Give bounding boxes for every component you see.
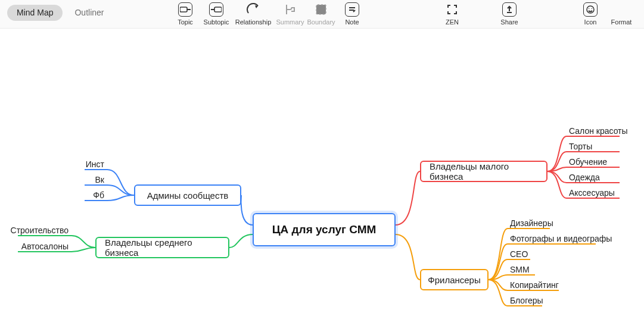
- tab-outliner[interactable]: Outliner: [65, 5, 113, 21]
- tool-zen[interactable]: ZEN: [437, 0, 468, 26]
- tool-boundary: Boundary: [306, 0, 337, 26]
- leaf[interactable]: Обучение: [569, 157, 607, 167]
- summary-icon: [283, 2, 297, 17]
- central-topic[interactable]: ЦА для услуг СММ: [253, 213, 396, 246]
- tool-label: Summary: [276, 18, 304, 26]
- svg-rect-3: [214, 7, 222, 12]
- tool-label: Format: [611, 18, 632, 26]
- node-admins[interactable]: Админы сообществ: [134, 184, 241, 206]
- smile-icon: [583, 2, 598, 17]
- leaf[interactable]: Автосалоны: [21, 242, 69, 251]
- format-icon: [614, 2, 629, 17]
- leaf[interactable]: Фб: [93, 190, 104, 200]
- tool-format[interactable]: Format: [606, 0, 637, 26]
- tool-group-zen: ZEN Share: [437, 0, 525, 26]
- tool-label: Note: [345, 18, 359, 26]
- view-tabs: Mind Map Outliner: [7, 5, 114, 21]
- tool-label: Relationship: [235, 18, 272, 26]
- tool-note[interactable]: Note: [337, 0, 368, 26]
- tool-topic[interactable]: Topic: [170, 0, 201, 26]
- leaf[interactable]: Фотографы и видеографы: [510, 234, 612, 243]
- topic-icon: [178, 2, 192, 17]
- leaf[interactable]: Одежда: [569, 173, 600, 182]
- tool-icon[interactable]: Icon: [575, 0, 606, 26]
- tool-label: Share: [500, 18, 518, 26]
- leaf[interactable]: Салон красоты: [569, 126, 628, 136]
- tool-label: ZEN: [446, 18, 459, 26]
- tool-label: Topic: [178, 18, 193, 26]
- mindmap-canvas[interactable]: ЦА для услуг СММ Админы сообществ Владел…: [0, 29, 644, 313]
- node-small-business[interactable]: Владельцы малого бизнеса: [420, 161, 547, 182]
- share-icon: [502, 2, 517, 17]
- leaf[interactable]: CEO: [510, 249, 528, 259]
- node-mid-business[interactable]: Владельцы среднего бизнеса: [95, 237, 229, 258]
- leaf[interactable]: Вк: [95, 175, 104, 184]
- leaf[interactable]: Копирайтинг: [510, 280, 559, 290]
- zen-icon: [445, 2, 459, 17]
- svg-rect-0: [180, 7, 187, 12]
- tool-label: Subtopic: [204, 18, 229, 26]
- tool-label: Icon: [584, 18, 597, 26]
- tool-group-main: Topic Subtopic Relationship Summary Boun…: [170, 0, 368, 26]
- leaf[interactable]: Торты: [569, 142, 592, 151]
- svg-point-10: [589, 8, 589, 9]
- toolbar: Mind Map Outliner Topic Subtopic Relatio…: [0, 0, 644, 29]
- leaf[interactable]: SMM: [510, 265, 530, 274]
- svg-rect-5: [316, 5, 326, 14]
- leaf[interactable]: Инст: [86, 159, 104, 169]
- relationship-icon: [246, 2, 260, 17]
- tool-subtopic[interactable]: Subtopic: [201, 0, 232, 26]
- tool-share[interactable]: Share: [494, 0, 525, 26]
- subtopic-icon: [209, 2, 223, 17]
- tool-relationship[interactable]: Relationship: [232, 0, 275, 26]
- tool-label: Boundary: [307, 18, 335, 26]
- tool-summary: Summary: [275, 0, 306, 26]
- leaf[interactable]: Дизайнеры: [510, 218, 553, 228]
- node-freelancers[interactable]: Фрилансеры: [420, 269, 489, 290]
- note-icon: [345, 2, 359, 17]
- boundary-icon: [314, 2, 328, 17]
- leaf[interactable]: Акссесуары: [569, 188, 615, 198]
- tab-mind-map[interactable]: Mind Map: [7, 5, 63, 21]
- leaf[interactable]: Строительство: [11, 226, 69, 235]
- tool-group-right: Icon Format: [575, 0, 637, 26]
- svg-point-11: [592, 8, 592, 9]
- leaf[interactable]: Блогеры: [510, 296, 543, 305]
